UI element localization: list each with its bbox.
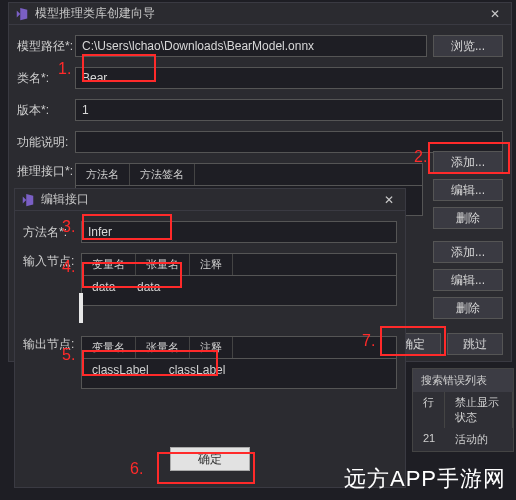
input-col-comment: 注释 — [190, 254, 233, 275]
input-col-varname: 变量名 — [82, 254, 136, 275]
vs-icon — [15, 7, 29, 21]
error-list-panel: 搜索错误列表 行 禁止显示状态 21 活动的 — [412, 368, 514, 452]
method-name-label: 方法名*: — [23, 224, 81, 241]
output-varname: classLabel — [82, 363, 159, 377]
error-list-columns: 行 禁止显示状态 — [413, 392, 513, 428]
skip-button[interactable]: 跳过 — [447, 333, 503, 355]
function-desc-input[interactable] — [75, 131, 503, 153]
svg-marker-1 — [20, 7, 27, 19]
output-node-label: 输出节点: — [23, 336, 81, 353]
edit-titlebar: 编辑接口 ✕ — [15, 189, 405, 211]
edit-title: 编辑接口 — [41, 191, 379, 208]
edit-button-2[interactable]: 编辑... — [433, 269, 503, 291]
input-node-label: 输入节点: — [23, 253, 81, 270]
output-node-header: 变量名 张量名 注释 — [81, 336, 397, 359]
error-row[interactable]: 21 活动的 — [413, 428, 513, 451]
output-col-varname: 变量名 — [82, 337, 136, 358]
svg-marker-2 — [23, 196, 27, 203]
method-name-input[interactable] — [81, 221, 397, 243]
col-state: 禁止显示状态 — [445, 392, 513, 428]
browse-button[interactable]: 浏览... — [433, 35, 503, 57]
method-sig-col: 方法签名 — [130, 164, 195, 185]
edit-body: 方法名*: 输入节点: 变量名 张量名 注释 data data — [15, 211, 405, 481]
svg-marker-0 — [17, 10, 21, 17]
output-col-comment: 注释 — [190, 337, 233, 358]
input-col-tensorname: 张量名 — [136, 254, 190, 275]
class-name-label: 类名*: — [17, 70, 75, 87]
add-button-2[interactable]: 添加... — [433, 241, 503, 263]
model-path-label: 模型路径*: — [17, 38, 75, 55]
watermark-text: 远方APP手游网 — [344, 464, 506, 494]
version-label: 版本*: — [17, 102, 75, 119]
table-row[interactable]: classLabel classLabel — [82, 359, 396, 381]
interface-buttons-2: 添加... 编辑... 删除 — [433, 241, 503, 319]
error-list-title: 搜索错误列表 — [413, 369, 513, 392]
input-varname: data — [82, 280, 127, 294]
version-input[interactable] — [75, 99, 503, 121]
method-name-col: 方法名 — [76, 164, 130, 185]
class-name-input[interactable] — [75, 67, 503, 89]
close-icon[interactable]: ✕ — [485, 5, 505, 23]
error-line: 21 — [413, 432, 445, 447]
interface-list-header: 方法名 方法签名 — [75, 163, 423, 186]
output-tensorname: classLabel — [159, 363, 236, 377]
edit-interface-button[interactable]: 编辑... — [433, 179, 503, 201]
model-path-input[interactable] — [75, 35, 427, 57]
main-title: 模型推理类库创建向导 — [35, 5, 485, 22]
svg-marker-3 — [26, 193, 33, 205]
error-state: 活动的 — [445, 432, 498, 447]
ok-button[interactable]: 确定 — [170, 447, 250, 471]
function-desc-label: 功能说明: — [17, 134, 75, 151]
col-line: 行 — [413, 392, 445, 428]
infer-interface-label: 推理接口*: — [17, 163, 75, 180]
input-node-header: 变量名 张量名 注释 — [81, 253, 397, 276]
main-titlebar: 模型推理类库创建向导 ✕ — [9, 3, 511, 25]
vs-icon — [21, 193, 35, 207]
delete-button-2[interactable]: 删除 — [433, 297, 503, 319]
add-interface-button[interactable]: 添加... — [433, 151, 503, 173]
close-icon[interactable]: ✕ — [379, 191, 399, 209]
text-cursor — [79, 293, 83, 323]
input-node-body[interactable]: data data — [81, 276, 397, 306]
edit-interface-window: 编辑接口 ✕ 方法名*: 输入节点: 变量名 张量名 注释 data data — [14, 188, 406, 488]
table-row[interactable]: data data — [82, 276, 396, 298]
delete-interface-button[interactable]: 删除 — [433, 207, 503, 229]
output-node-body[interactable]: classLabel classLabel — [81, 359, 397, 389]
input-tensorname: data — [127, 280, 172, 294]
interface-buttons-1: 添加... 编辑... 删除 — [433, 151, 503, 229]
output-col-tensorname: 张量名 — [136, 337, 190, 358]
